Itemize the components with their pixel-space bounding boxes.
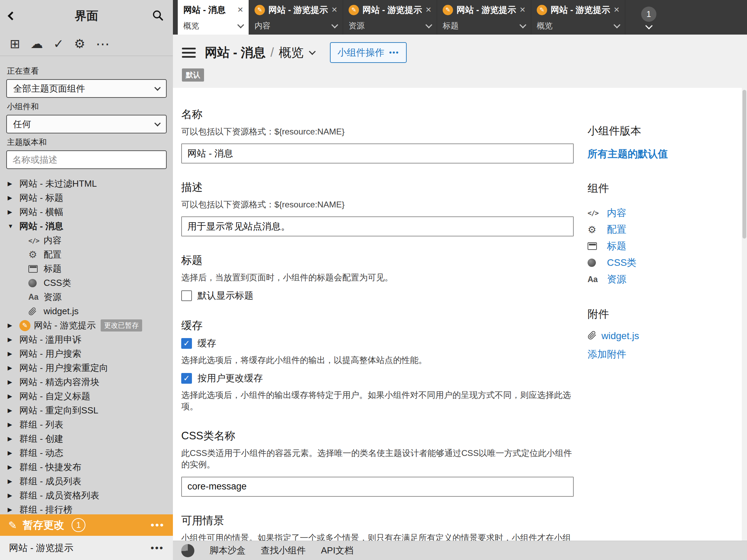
- caret-down-icon[interactable]: ▼: [8, 223, 19, 230]
- name-description-search-input[interactable]: [6, 150, 167, 169]
- check-icon[interactable]: ✓: [53, 38, 64, 50]
- tab-tourtips-resources[interactable]: ✎网站 - 游览提示× 资源: [343, 0, 437, 35]
- caret-right-icon[interactable]: ▶: [8, 336, 19, 343]
- title-section: 标题 选择后，当放置到页面时，小组件的标题会配置为可见。 ✓ 默认显示标题: [181, 253, 574, 302]
- close-icon[interactable]: ×: [329, 6, 337, 13]
- widget-actions-button[interactable]: 小组件操作 •••: [330, 42, 407, 63]
- tab-tourtips-title[interactable]: ✎网站 - 游览提示× 标题: [437, 0, 531, 35]
- stage-changes-bar[interactable]: ✎ 暂存更改 1 •••: [0, 514, 173, 536]
- tree-item-message[interactable]: ▼网站 - 消息: [0, 219, 173, 233]
- tree-item-group-quick-post[interactable]: ▶群组 - 快捷发布: [0, 460, 173, 474]
- api-docs-link[interactable]: API文档: [321, 544, 353, 557]
- script-sandbox-link[interactable]: 脚本沙盒: [210, 544, 246, 557]
- version-heading: 小组件版本: [588, 124, 736, 138]
- more-icon[interactable]: ⋯: [96, 37, 110, 51]
- caret-right-icon[interactable]: ▶: [8, 407, 19, 414]
- sidebar-toolbar: ⊞ ☁ ✓ ⚙ ⋯: [0, 32, 173, 56]
- caret-right-icon[interactable]: ▶: [8, 208, 19, 216]
- caret-right-icon[interactable]: ▶: [8, 464, 19, 471]
- caret-right-icon[interactable]: ▶: [8, 322, 19, 329]
- tree-child-config[interactable]: ⚙配置: [0, 248, 173, 262]
- resources-icon: Aa: [588, 275, 601, 284]
- tree-item-banner[interactable]: ▶网站 - 横幅: [0, 205, 173, 219]
- name-heading: 名称: [181, 107, 574, 122]
- tree-child-widget-js[interactable]: widget.js: [0, 304, 173, 318]
- cache-per-user-checkbox[interactable]: ✓: [181, 373, 192, 384]
- tree-item-unfiltered-html[interactable]: ▶网站 - 未过滤HTML: [0, 177, 173, 191]
- tree-item-group-create[interactable]: ▶群组 - 创建: [0, 432, 173, 446]
- sidebar-bottom-item[interactable]: 网站 - 游览提示 •••: [0, 536, 173, 560]
- close-icon[interactable]: ×: [517, 6, 525, 13]
- components-filter-select[interactable]: 全部主题页面组件: [6, 79, 167, 98]
- chevron-down-icon[interactable]: [519, 21, 526, 28]
- chevron-down-icon[interactable]: [425, 21, 432, 28]
- close-icon[interactable]: ×: [423, 6, 431, 13]
- stage-more-icon[interactable]: •••: [150, 519, 165, 531]
- tree-child-content[interactable]: </>内容: [0, 233, 173, 248]
- show-title-checkbox[interactable]: ✓: [181, 290, 192, 301]
- caret-right-icon[interactable]: ▶: [8, 421, 19, 428]
- chevron-down-icon[interactable]: [331, 21, 338, 28]
- close-icon[interactable]: ×: [235, 6, 243, 13]
- tree-item-user-search-redirect[interactable]: ▶网站 - 用户搜索重定向: [0, 361, 173, 375]
- component-content-link[interactable]: 内容: [607, 206, 626, 220]
- find-widget-link[interactable]: 查找小组件: [261, 544, 306, 557]
- component-css-link[interactable]: CSS类: [607, 256, 637, 269]
- tab-message-overview[interactable]: 网站 - 消息× 概览: [178, 0, 249, 35]
- tab-tourtips-content[interactable]: ✎网站 - 游览提示× 内容: [249, 0, 343, 35]
- gear-icon[interactable]: ⚙: [74, 38, 85, 50]
- cloud-icon[interactable]: ☁: [30, 38, 43, 50]
- caret-right-icon[interactable]: ▶: [8, 506, 19, 513]
- caret-right-icon[interactable]: ▶: [8, 364, 19, 372]
- chevron-down-icon[interactable]: [237, 21, 244, 28]
- bottom-more-icon[interactable]: •••: [151, 542, 164, 553]
- cache-checkbox[interactable]: ✓: [181, 338, 192, 349]
- add-icon[interactable]: ⊞: [10, 38, 20, 50]
- tree-item-ssl-redirect[interactable]: ▶网站 - 重定向到SSL: [0, 403, 173, 418]
- caret-right-icon[interactable]: ▶: [8, 435, 19, 442]
- caret-right-icon[interactable]: ▶: [8, 449, 19, 457]
- add-attachment-link[interactable]: 添加附件: [588, 349, 626, 360]
- component-resources-link[interactable]: 资源: [607, 273, 626, 286]
- menu-icon[interactable]: [182, 48, 196, 58]
- tree-item-featured-slider[interactable]: ▶网站 - 精选内容滑块: [0, 375, 173, 389]
- tab-tourtips-overview[interactable]: ✎网站 - 游览提示× 概览: [531, 0, 625, 35]
- tree-item-group-activity[interactable]: ▶群组 - 动态: [0, 446, 173, 460]
- cache-per-user-help: 选择此选项后，小组件的输出缓存将特定于用户。如果小组件对不同用户的呈现方式不同，…: [181, 389, 574, 412]
- description-input[interactable]: [181, 216, 574, 236]
- widget-js-link[interactable]: widget.js: [601, 330, 639, 342]
- css-class-input[interactable]: [181, 477, 574, 497]
- chevron-down-icon[interactable]: [309, 48, 316, 55]
- search-icon[interactable]: [151, 9, 164, 23]
- tree-child-css[interactable]: CSS类: [0, 276, 173, 290]
- component-config-link[interactable]: 配置: [607, 223, 626, 236]
- tab-overflow-menu[interactable]: 1: [641, 0, 656, 35]
- caret-right-icon[interactable]: ▶: [8, 379, 19, 386]
- caret-right-icon[interactable]: ▶: [8, 393, 19, 400]
- tree-child-title[interactable]: 标题: [0, 262, 173, 276]
- tree-child-resources[interactable]: Aa资源: [0, 290, 173, 304]
- component-title-link[interactable]: 标题: [607, 240, 626, 253]
- tree-item-tour-tips[interactable]: ▶✎网站 - 游览提示更改已暂存: [0, 318, 173, 333]
- tree-item-group-list[interactable]: ▶群组 - 列表: [0, 418, 173, 432]
- script-sandbox-icon[interactable]: [181, 544, 194, 557]
- tree-item-group-leaderboard[interactable]: ▶群组 - 排行榜: [0, 503, 173, 514]
- caret-right-icon[interactable]: ▶: [8, 478, 19, 485]
- caret-right-icon[interactable]: ▶: [8, 350, 19, 357]
- tree-item-group-members[interactable]: ▶群组 - 成员列表: [0, 474, 173, 488]
- tree-item-group-membership[interactable]: ▶群组 - 成员资格列表: [0, 488, 173, 503]
- gear-icon: ⚙: [28, 249, 44, 260]
- caret-right-icon[interactable]: ▶: [8, 180, 19, 187]
- close-icon[interactable]: ×: [611, 6, 619, 13]
- tree-item-title[interactable]: ▶网站 - 标题: [0, 191, 173, 205]
- caret-right-icon[interactable]: ▶: [8, 492, 19, 499]
- all-themes-default-link[interactable]: 所有主题的默认值: [588, 147, 668, 161]
- tree-item-user-search[interactable]: ▶网站 - 用户搜索: [0, 347, 173, 361]
- any-filter-select[interactable]: 任何: [6, 115, 167, 133]
- caret-right-icon[interactable]: ▶: [8, 194, 19, 202]
- name-input[interactable]: [181, 143, 574, 164]
- chevron-down-icon[interactable]: [614, 21, 620, 28]
- tree-item-custom-title[interactable]: ▶网站 - 自定义标题: [0, 389, 173, 403]
- scrollbar-thumb[interactable]: [743, 90, 746, 239]
- tree-item-abuse[interactable]: ▶网站 - 滥用申诉: [0, 333, 173, 347]
